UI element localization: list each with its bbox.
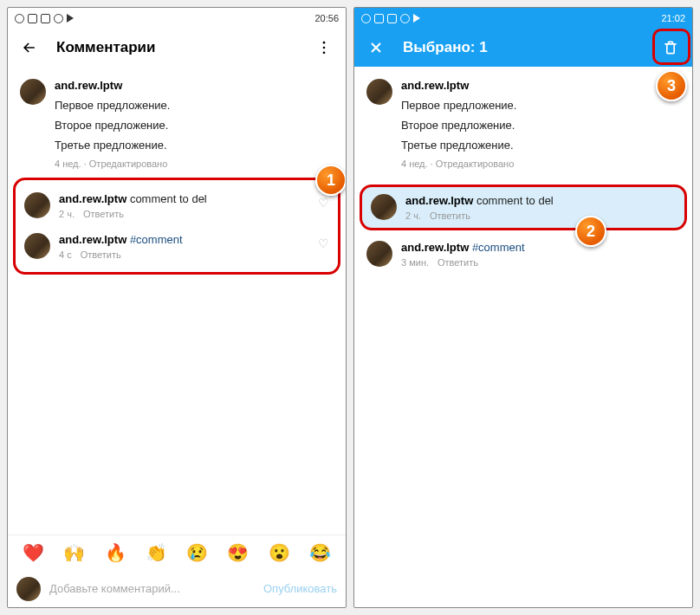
post-text: Первое предложение. Второе предложение. … [401, 99, 680, 152]
comments-list: 2 and.rew.lptw comment to del 2 ч. Ответ… [358, 176, 689, 280]
emoji-love[interactable]: 😍 [227, 542, 249, 563]
emoji-wow[interactable]: 😮 [269, 542, 290, 563]
emoji-hands[interactable]: 🙌 [63, 542, 85, 563]
status-icon [387, 14, 397, 23]
reply-link[interactable]: Ответить [438, 257, 478, 268]
emoji-heart[interactable]: ❤️ [23, 542, 44, 563]
post-meta: 4 нед. · Отредактировано [401, 159, 680, 169]
publish-button[interactable]: Опубликовать [263, 582, 337, 595]
comment-input-bar: Добавьте комментарий... Опубликовать [8, 569, 346, 607]
post-line: Третье предложение. [401, 139, 680, 152]
screenshot-right: 21:02 3 Выбрано: 1 and.rew.lptw Первое п… [353, 7, 693, 608]
status-icon [54, 14, 63, 23]
comment-item[interactable]: and.rew.lptw #comment 3 мин. Ответить [358, 234, 689, 275]
svg-point-0 [323, 42, 326, 44]
status-icons-left [15, 14, 74, 23]
status-icon [28, 14, 37, 23]
comment-username[interactable]: and.rew.lptw [59, 233, 126, 246]
status-icon [400, 14, 410, 23]
reply-link[interactable]: Ответить [81, 249, 121, 260]
back-arrow-icon[interactable] [18, 36, 41, 59]
comment-text: comment to del [130, 192, 207, 205]
content-area: and.rew.lptw Первое предложение. Второе … [354, 67, 692, 607]
header-bar-selection: Выбрано: 1 [354, 29, 692, 67]
post-username[interactable]: and.rew.lptw [55, 79, 122, 92]
emoji-cry[interactable]: 😢 [186, 542, 208, 563]
like-heart-icon[interactable]: ♡ [318, 236, 329, 250]
status-icon [67, 14, 74, 23]
comment-time: 2 ч. [405, 210, 421, 221]
status-time: 21:02 [661, 13, 685, 23]
post-meta: 4 нед. · Отредактировано [55, 159, 334, 169]
status-icon [374, 14, 384, 23]
status-icon [15, 14, 24, 23]
original-post: and.rew.lptw Первое предложение. Второе … [354, 75, 692, 169]
content-area: and.rew.lptw Первое предложение. Второе … [8, 67, 346, 534]
reply-link[interactable]: Ответить [430, 210, 470, 221]
comment-time: 3 мин. [401, 257, 429, 268]
avatar[interactable] [371, 194, 397, 220]
comment-username[interactable]: and.rew.lptw [405, 194, 473, 207]
comment-item[interactable]: and.rew.lptw comment to del 2 ч. Ответит… [16, 185, 338, 226]
delete-trash-icon[interactable] [659, 36, 682, 59]
avatar[interactable] [24, 192, 50, 218]
avatar[interactable] [366, 79, 392, 105]
emoji-clap[interactable]: 👏 [146, 542, 167, 563]
svg-point-1 [323, 47, 326, 49]
comment-item[interactable]: and.rew.lptw #comment 4 с Ответить ♡ [16, 226, 338, 267]
post-edited: Отредактировано [436, 159, 515, 169]
emoji-fire[interactable]: 🔥 [105, 542, 126, 563]
status-bar: 20:56 [8, 8, 346, 29]
status-icon [413, 14, 420, 23]
comment-username[interactable]: and.rew.lptw [401, 241, 469, 254]
header-title: Комментарии [56, 39, 155, 56]
header-bar: Комментарии [8, 29, 346, 67]
screenshot-left: 20:56 Комментарии and.rew.lptw Первое пр… [7, 7, 347, 608]
status-bar: 21:02 [354, 8, 692, 29]
close-icon[interactable] [365, 36, 387, 59]
avatar[interactable] [16, 577, 41, 601]
comment-meta: 4 с Ответить [59, 249, 309, 260]
avatar[interactable] [366, 241, 392, 267]
comment-meta: 3 мин. Ответить [401, 257, 680, 268]
status-icons-left [361, 14, 420, 23]
like-heart-icon[interactable]: ♡ [318, 196, 329, 210]
comment-hashtag[interactable]: #comment [472, 241, 525, 254]
status-icon [361, 14, 371, 23]
comment-time: 4 с [59, 249, 72, 260]
status-time: 20:56 [314, 13, 339, 23]
post-time: 4 нед. [401, 159, 428, 169]
comments-list: 1 and.rew.lptw comment to del 2 ч. Ответ… [13, 178, 340, 275]
post-time: 4 нед. [55, 159, 81, 169]
step-badge-1: 1 [315, 165, 346, 196]
step-badge-2: 2 [575, 216, 606, 247]
post-line: Второе предложение. [401, 119, 680, 132]
more-vertical-icon[interactable] [313, 36, 335, 59]
avatar[interactable] [24, 233, 50, 259]
emoji-laugh[interactable]: 😂 [309, 542, 331, 563]
selection-title: Выбрано: 1 [403, 39, 488, 56]
post-username[interactable]: and.rew.lptw [401, 79, 469, 92]
comment-meta: 2 ч. Ответить [59, 209, 309, 219]
original-post: and.rew.lptw Первое предложение. Второе … [8, 75, 346, 169]
comment-time: 2 ч. [59, 209, 75, 219]
status-icon [41, 14, 50, 23]
comment-item-selected[interactable]: 2 and.rew.lptw comment to del 2 ч. Ответ… [360, 184, 687, 230]
emoji-bar: ❤️ 🙌 🔥 👏 😢 😍 😮 😂 [8, 534, 346, 569]
avatar[interactable] [20, 79, 46, 105]
post-line: Первое предложение. [55, 99, 334, 112]
comment-text: comment to del [476, 194, 554, 207]
comment-meta: 2 ч. Ответить [405, 210, 676, 221]
comment-input[interactable]: Добавьте комментарий... [49, 582, 255, 595]
post-edited: Отредактировано [89, 159, 168, 169]
step-badge-3: 3 [656, 70, 687, 101]
reply-link[interactable]: Ответить [83, 209, 124, 219]
post-line: Третье предложение. [55, 139, 334, 152]
post-text: Первое предложение. Второе предложение. … [55, 99, 334, 152]
svg-point-2 [323, 52, 326, 55]
post-line: Второе предложение. [55, 119, 334, 132]
post-line: Первое предложение. [401, 99, 680, 112]
comment-username[interactable]: and.rew.lptw [59, 192, 126, 205]
comment-hashtag[interactable]: #comment [130, 233, 183, 246]
